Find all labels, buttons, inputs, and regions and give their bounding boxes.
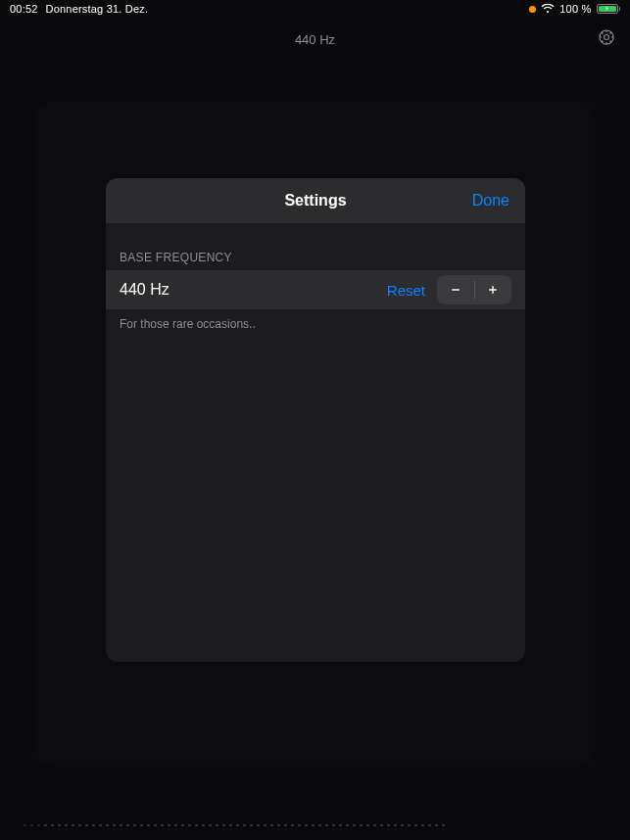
svg-rect-12 [493,286,494,294]
svg-line-9 [610,32,612,34]
wifi-icon [541,4,555,14]
svg-line-8 [602,41,604,43]
tick-marks [24,824,445,827]
plus-icon [486,283,500,297]
settings-modal: Settings Done BASE FREQUENCY 440 Hz Rese… [106,178,525,662]
modal-title: Settings [284,192,346,210]
page-title: 440 Hz [295,32,335,47]
modal-header: Settings Done [106,178,525,223]
status-date: Donnerstag 31. Dez. [46,3,149,15]
base-frequency-row: 440 Hz Reset [106,270,525,309]
svg-rect-10 [452,289,460,290]
settings-button[interactable] [597,27,616,51]
frequency-stepper [437,275,511,304]
section-footer: For those rare occasions.. [106,309,525,339]
svg-line-7 [610,41,612,43]
svg-line-6 [602,32,604,34]
battery-percentage: 100 % [559,3,591,15]
stepper-decrement-button[interactable] [437,275,474,304]
section-header-base-frequency: BASE FREQUENCY [106,223,525,270]
minus-icon [449,283,462,297]
done-button[interactable]: Done [472,192,509,210]
status-time: 00:52 [10,3,38,15]
recording-indicator-icon [529,6,536,13]
base-frequency-value: 440 Hz [120,281,170,299]
stepper-increment-button[interactable] [475,275,512,304]
status-bar: 00:52 Donnerstag 31. Dez. 100 % ⚡︎ [0,0,630,18]
reset-button[interactable]: Reset [387,282,425,299]
svg-point-1 [605,35,609,40]
battery-icon: ⚡︎ [597,4,621,14]
app-header: 440 Hz [0,18,630,61]
